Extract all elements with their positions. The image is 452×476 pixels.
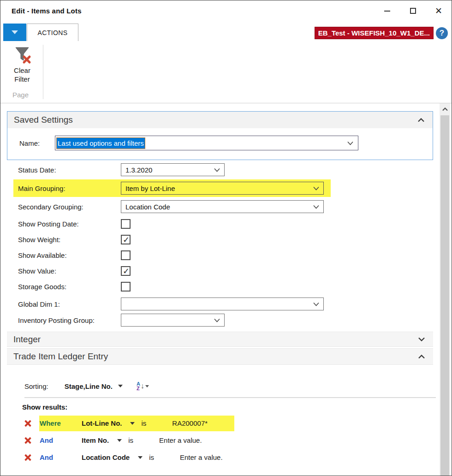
sorting-label: Sorting: — [24, 382, 48, 390]
window-controls: ✕ — [374, 0, 452, 21]
collapse-chevron-up-icon[interactable] — [418, 118, 424, 122]
chevron-down-icon[interactable] — [313, 205, 319, 209]
filter-row-body: And Location Code is Enter a value. — [39, 450, 223, 465]
saved-settings-body: Name: Last used options and filters — [7, 128, 433, 160]
secondary-grouping-row: Secondary Grouping: Location Code — [18, 200, 452, 213]
help-icon: ? — [440, 29, 444, 38]
show-posting-date-row: Show Posting Date: — [18, 219, 452, 229]
show-value-row: Show Value: — [18, 266, 452, 276]
show-available-row: Show Available: — [18, 250, 452, 260]
show-available-checkbox[interactable] — [121, 250, 131, 260]
filter-value-input[interactable]: Enter a value. — [159, 436, 202, 444]
filter-value-input[interactable]: Enter a value. — [180, 453, 223, 461]
saved-settings-title: Saved Settings — [14, 115, 73, 125]
sorting-row: Sorting: Stage,Line No. AZ ↓ — [24, 379, 452, 393]
show-results-heading: Show results: — [22, 403, 452, 411]
options-form: Status Date: 1.3.2020 Main Grouping: Ite… — [7, 163, 452, 327]
tab-actions-label: ACTIONS — [37, 29, 67, 36]
integer-section-header[interactable]: Integer — [7, 332, 433, 347]
main-grouping-label: Main Grouping: — [18, 184, 121, 192]
scrollbar-up-button[interactable] — [440, 103, 450, 115]
help-button[interactable]: ? — [436, 27, 448, 39]
environment-badge: EB_Test - WISEFISH_10_W1_DE... — [315, 27, 434, 39]
maximize-icon — [410, 8, 416, 14]
show-weight-row: Show Weight: — [18, 235, 452, 244]
chevron-down-icon[interactable] — [313, 302, 319, 306]
main-grouping-combobox[interactable]: Item by Lot-Line — [121, 182, 324, 195]
trade-item-ledger-entry-title: Trade Item Ledger Entry — [13, 351, 108, 362]
clear-filter-button[interactable]: Clear Filter — [7, 44, 37, 83]
filter-field-button[interactable]: Location Code — [82, 453, 130, 461]
ribbon-tab-row: ACTIONS EB_Test - WISEFISH_10_W1_DE... ? — [0, 21, 452, 41]
secondary-grouping-combobox[interactable]: Location Code — [121, 200, 324, 213]
scrollbar-thumb[interactable] — [440, 115, 449, 476]
inventory-posting-group-row: Inventory Posting Group: — [18, 314, 452, 327]
inventory-posting-group-label: Inventory Posting Group: — [18, 316, 121, 324]
sorting-value[interactable]: Stage,Line No. — [65, 382, 113, 390]
chevron-down-icon[interactable] — [214, 168, 220, 172]
filter-connector: And — [39, 453, 82, 461]
status-date-row: Status Date: 1.3.2020 — [18, 163, 452, 176]
environment-badge-label: EB_Test - WISEFISH_10_W1_DE... — [318, 29, 430, 37]
integer-section-title: Integer — [13, 334, 41, 345]
filter-row-location-code: And Location Code is Enter a value. — [23, 449, 452, 466]
name-value-selected-text[interactable]: Last used options and filters — [57, 138, 145, 149]
filter-row-body: Where Lot-Line No. is RA200007* — [39, 416, 234, 431]
collapse-chevron-up-icon[interactable] — [418, 355, 425, 359]
filter-field-dropdown-icon[interactable] — [117, 439, 122, 442]
titlebar: Edit - Items and Lots ✕ — [0, 0, 452, 21]
sorting-dropdown-icon[interactable] — [118, 385, 123, 387]
clear-filter-funnel-icon — [12, 45, 32, 65]
maximize-button[interactable] — [400, 0, 426, 21]
global-dim-1-combobox[interactable] — [121, 298, 324, 310]
chevron-down-icon[interactable] — [313, 186, 319, 190]
filter-field-button[interactable]: Item No. — [82, 436, 109, 444]
filter-value-input[interactable]: RA200007* — [172, 419, 208, 427]
trade-item-ledger-entry-section-header[interactable]: Trade Item Ledger Entry — [7, 348, 433, 365]
filter-field-dropdown-icon[interactable] — [138, 456, 143, 459]
tab-actions[interactable]: ACTIONS — [27, 24, 78, 41]
sort-order-dropdown-icon — [145, 385, 149, 387]
sort-order-button[interactable]: AZ ↓ — [137, 381, 149, 391]
show-weight-label: Show Weight: — [18, 236, 121, 244]
show-available-label: Show Available: — [18, 251, 121, 259]
show-value-label: Show Value: — [18, 267, 121, 275]
name-combobox[interactable]: Last used options and filters — [55, 136, 358, 150]
saved-settings-header[interactable]: Saved Settings — [7, 112, 433, 128]
collapse-chevron-down-icon[interactable] — [418, 337, 425, 341]
ribbon: Clear Filter Page — [0, 41, 452, 103]
show-weight-checkbox[interactable] — [121, 235, 131, 244]
name-field-row: Name: Last used options and filters — [19, 136, 426, 150]
remove-filter-icon[interactable] — [23, 435, 33, 446]
app-menu-tab[interactable] — [3, 24, 26, 41]
clear-filter-label-line1: Clear — [7, 66, 37, 75]
clear-filter-label-line2: Filter — [7, 75, 37, 83]
main-grouping-row: Main Grouping: Item by Lot-Line — [13, 179, 331, 197]
close-button[interactable]: ✕ — [426, 0, 452, 21]
minimize-button[interactable] — [374, 0, 400, 21]
show-posting-date-checkbox[interactable] — [121, 219, 131, 229]
chevron-down-icon[interactable] — [347, 141, 353, 145]
filter-field-button[interactable]: Lot-Line No. — [82, 419, 122, 427]
storage-goods-row: Storage Goods: — [18, 282, 452, 292]
vertical-scrollbar[interactable] — [440, 103, 450, 476]
chevron-up-icon — [442, 107, 448, 111]
show-value-checkbox[interactable] — [121, 266, 131, 276]
remove-filter-icon[interactable] — [23, 418, 33, 428]
secondary-grouping-label: Secondary Grouping: — [18, 203, 121, 211]
minimize-icon — [384, 11, 390, 12]
filter-row-body: And Item No. is Enter a value. — [39, 433, 202, 448]
remove-filter-icon[interactable] — [23, 452, 33, 463]
storage-goods-checkbox[interactable] — [121, 282, 131, 292]
inventory-posting-group-combobox[interactable] — [121, 314, 225, 327]
filter-field-dropdown-icon[interactable] — [130, 422, 135, 425]
status-date-value: 1.3.2020 — [125, 166, 152, 174]
filter-row-item-no: And Item No. is Enter a value. — [23, 432, 452, 449]
status-date-combobox[interactable]: 1.3.2020 — [121, 163, 225, 176]
storage-goods-label: Storage Goods: — [18, 283, 121, 291]
global-dim-1-label: Global Dim 1: — [18, 300, 121, 308]
filter-connector: Where — [39, 419, 82, 427]
chevron-down-icon[interactable] — [214, 318, 220, 322]
close-icon: ✕ — [435, 6, 442, 15]
filter-rows: Where Lot-Line No. is RA200007* And Item… — [7, 415, 452, 466]
